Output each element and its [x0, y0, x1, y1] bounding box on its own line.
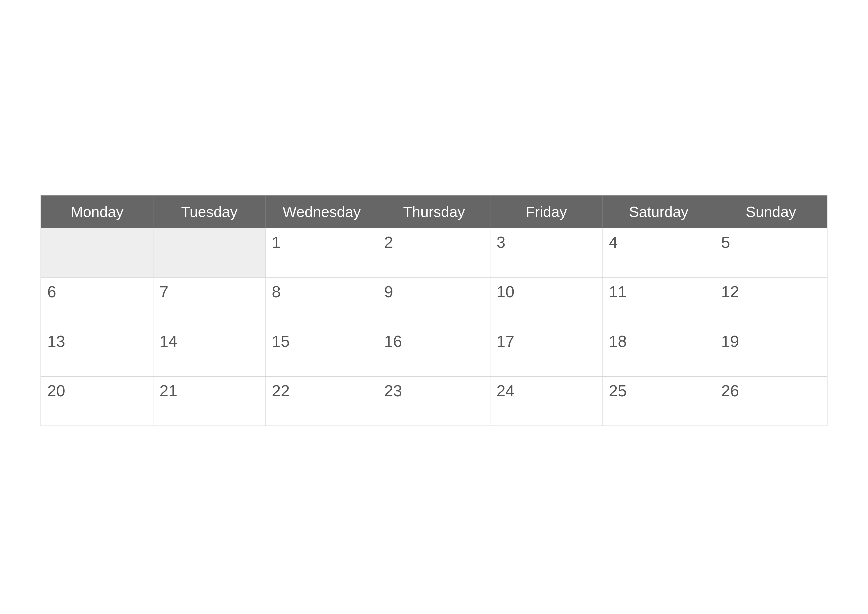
calendar-cell: 21 — [153, 376, 265, 426]
header-day-sunday: Sunday — [715, 196, 827, 228]
day-number: 22 — [272, 382, 290, 400]
day-number: 13 — [47, 332, 65, 350]
calendar-cell: 1 — [265, 228, 378, 277]
header-day-monday: Monday — [41, 196, 153, 228]
day-number: 7 — [160, 283, 169, 301]
calendar-cell: 8 — [265, 277, 378, 327]
day-number: 17 — [497, 332, 515, 350]
calendar-cell: 4 — [603, 228, 715, 277]
calendar-row: 6789101112 — [41, 277, 827, 327]
calendar-cell: 7 — [153, 277, 265, 327]
calendar-cell: 6 — [41, 277, 153, 327]
calendar-row: 20212223242526 — [41, 376, 827, 426]
day-number: 3 — [497, 233, 505, 251]
calendar-cell: 26 — [715, 376, 827, 426]
calendar-cell — [41, 228, 153, 277]
day-number: 5 — [721, 233, 730, 251]
header-day-friday: Friday — [490, 196, 603, 228]
calendar-cell: 14 — [153, 327, 265, 376]
day-number: 23 — [384, 382, 402, 400]
calendar-page: MondayTuesdayWednesdayThursdayFridaySatu… — [26, 168, 842, 446]
calendar-cell: 2 — [378, 228, 490, 277]
day-number: 2 — [384, 233, 393, 251]
header-day-tuesday: Tuesday — [153, 196, 265, 228]
calendar-cell — [153, 228, 265, 277]
day-number: 10 — [497, 283, 515, 301]
calendar-cell: 9 — [378, 277, 490, 327]
day-number: 4 — [609, 233, 618, 251]
calendar-cell: 5 — [715, 228, 827, 277]
day-number: 9 — [384, 283, 393, 301]
calendar-cell: 25 — [603, 376, 715, 426]
calendar-cell: 19 — [715, 327, 827, 376]
day-number: 20 — [47, 382, 65, 400]
calendar-cell: 15 — [265, 327, 378, 376]
day-number: 1 — [272, 233, 281, 251]
day-number: 19 — [721, 332, 739, 350]
calendar-header: MondayTuesdayWednesdayThursdayFridaySatu… — [41, 196, 827, 228]
day-number: 8 — [272, 283, 281, 301]
day-number: 24 — [497, 382, 515, 400]
calendar-cell: 22 — [265, 376, 378, 426]
day-number: 18 — [609, 332, 627, 350]
calendar-table: MondayTuesdayWednesdayThursdayFridaySatu… — [40, 195, 828, 426]
day-number: 16 — [384, 332, 402, 350]
calendar-cell: 17 — [490, 327, 603, 376]
calendar-cell: 20 — [41, 376, 153, 426]
day-number: 14 — [160, 332, 177, 350]
calendar-cell: 18 — [603, 327, 715, 376]
day-number: 15 — [272, 332, 290, 350]
calendar-row: 12345 — [41, 228, 827, 277]
day-number: 12 — [721, 283, 739, 301]
calendar-body: 1234567891011121314151617181920212223242… — [41, 228, 827, 426]
calendar-cell: 13 — [41, 327, 153, 376]
header-day-thursday: Thursday — [378, 196, 490, 228]
day-number: 21 — [160, 382, 177, 400]
calendar-row: 13141516171819 — [41, 327, 827, 376]
calendar-cell: 10 — [490, 277, 603, 327]
calendar-cell: 12 — [715, 277, 827, 327]
calendar-cell: 23 — [378, 376, 490, 426]
calendar-cell: 24 — [490, 376, 603, 426]
calendar-cell: 16 — [378, 327, 490, 376]
day-number: 11 — [609, 283, 627, 301]
day-number: 25 — [609, 382, 627, 400]
header-row: MondayTuesdayWednesdayThursdayFridaySatu… — [41, 196, 827, 228]
calendar-cell: 3 — [490, 228, 603, 277]
day-number: 26 — [721, 382, 739, 400]
day-number: 6 — [47, 283, 56, 301]
header-day-saturday: Saturday — [603, 196, 715, 228]
header-day-wednesday: Wednesday — [265, 196, 378, 228]
calendar-cell: 11 — [603, 277, 715, 327]
